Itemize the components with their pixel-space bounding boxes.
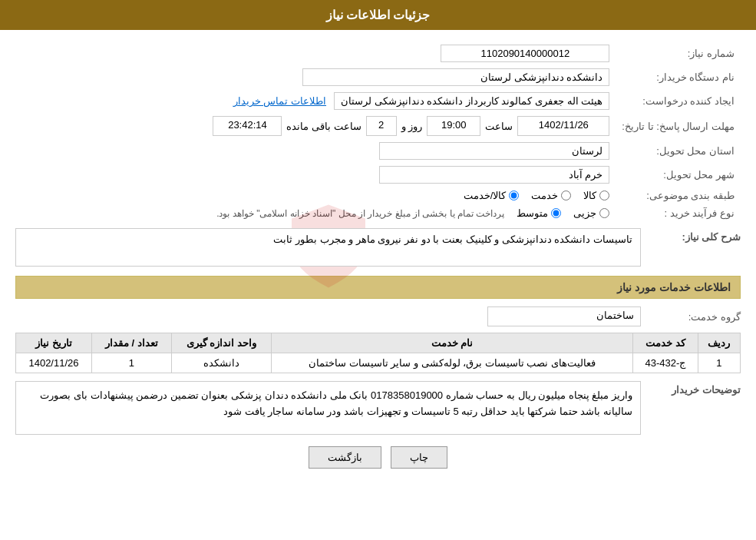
category-value-cell: کالا خدمت کالا/خدمت bbox=[15, 187, 616, 204]
creator-value-cell: هیئت اله جعفری کمالوند کاربرداز دانشکده … bbox=[15, 89, 616, 113]
category-goods-label: کالا bbox=[583, 190, 596, 201]
province-value-cell: لرستان bbox=[15, 139, 616, 163]
contact-link[interactable]: اطلاعات تماس خریدار bbox=[233, 95, 326, 107]
process-partial-label: جزیی bbox=[573, 207, 596, 219]
page-wrapper: جزئیات اطلاعات نیاز شماره نیاز: 11020901… bbox=[0, 0, 756, 540]
bottom-buttons: چاپ بازگشت bbox=[15, 446, 741, 469]
process-partial-radio[interactable] bbox=[599, 208, 609, 218]
services-table-body: 1 ج-432-43 فعالیت‌های نصب تاسیسات برق، ل… bbox=[16, 353, 741, 373]
service-group-value: ساختمان bbox=[487, 306, 641, 326]
main-info-table: شماره نیاز: 1102090140000012 نام دستگاه … bbox=[15, 41, 741, 222]
creator-value: هیئت اله جعفری کمالوند کاربرداز دانشکده … bbox=[334, 92, 609, 110]
cell-service-name: فعالیت‌های نصب تاسیسات برق، لوله‌کشی و س… bbox=[272, 353, 633, 373]
cell-unit: دانشکده bbox=[171, 353, 272, 373]
need-number-row: شماره نیاز: 1102090140000012 bbox=[15, 41, 741, 65]
province-label: استان محل تحویل: bbox=[616, 139, 741, 163]
description-section: شرح کلی نیاز: تاسیسات دانشکده دندانپزشکی… bbox=[15, 228, 741, 267]
process-value-cell: جزیی متوسط پرداخت تمام یا بخشی از مبلغ خ… bbox=[15, 204, 616, 222]
service-group-row: گروه خدمت: ساختمان bbox=[15, 306, 741, 326]
category-goods-radio[interactable] bbox=[599, 190, 609, 200]
services-table-header: ردیف کد خدمت نام خدمت واحد اندازه گیری ت… bbox=[16, 333, 741, 353]
category-option-service: خدمت bbox=[531, 190, 571, 201]
cell-row-no: 1 bbox=[698, 353, 740, 373]
province-row: استان محل تحویل: لرستان bbox=[15, 139, 741, 163]
city-value-cell: خرم آباد bbox=[15, 163, 616, 187]
category-label: طبقه بندی موضوعی: bbox=[616, 187, 741, 204]
process-option-partial: جزیی bbox=[573, 207, 609, 219]
process-radio-group: جزیی متوسط bbox=[517, 207, 609, 219]
content-area: شماره نیاز: 1102090140000012 نام دستگاه … bbox=[0, 30, 756, 488]
buyer-notes-label: توضیحات خریدار bbox=[641, 381, 741, 396]
col-service-code: کد خدمت bbox=[633, 333, 698, 353]
need-number-label: شماره نیاز: bbox=[616, 41, 741, 65]
category-option-goods: کالا bbox=[583, 190, 609, 201]
category-both-radio[interactable] bbox=[509, 190, 519, 200]
category-service-radio[interactable] bbox=[561, 190, 571, 200]
reply-time-value: 19:00 bbox=[427, 116, 480, 136]
process-label: نوع فرآیند خرید : bbox=[616, 204, 741, 222]
reply-time-label: ساعت bbox=[485, 121, 513, 132]
buyer-org-value: دانشکده دندانپزشکی لرستان bbox=[302, 68, 609, 86]
category-both-label: کالا/خدمت bbox=[464, 190, 507, 201]
table-row: 1 ج-432-43 فعالیت‌های نصب تاسیسات برق، ل… bbox=[16, 353, 741, 373]
buyer-org-value-cell: دانشکده دندانپزشکی لرستان bbox=[15, 65, 616, 89]
back-button[interactable]: بازگشت bbox=[309, 446, 381, 469]
page-title: جزئیات اطلاعات نیاز bbox=[326, 8, 431, 22]
city-row: شهر محل تحویل: خرم آباد bbox=[15, 163, 741, 187]
category-radio-group: کالا خدمت کالا/خدمت bbox=[21, 190, 609, 201]
creator-row: ایجاد کننده درخواست: هیئت اله جعفری کمال… bbox=[15, 89, 741, 113]
reply-deadline-label: مهلت ارسال پاسخ: تا تاریخ: bbox=[616, 113, 741, 139]
description-value: تاسیسات دانشکده دندانپزشکی و کلینیک بعنت… bbox=[15, 228, 641, 267]
process-note: پرداخت تمام یا بخشی از مبلغ خریدار از مح… bbox=[216, 208, 504, 219]
reply-days-value: 2 bbox=[366, 116, 397, 136]
col-unit: واحد اندازه گیری bbox=[171, 333, 272, 353]
print-button[interactable]: چاپ bbox=[391, 446, 447, 469]
buyer-org-label: نام دستگاه خریدار: bbox=[616, 65, 741, 89]
need-number-value-cell: 1102090140000012 bbox=[138, 41, 616, 65]
col-row-no: ردیف bbox=[698, 333, 740, 353]
need-number-value: 1102090140000012 bbox=[441, 45, 609, 62]
process-medium-label: متوسط bbox=[517, 207, 548, 219]
col-service-name: نام خدمت bbox=[272, 333, 633, 353]
reply-deadline-values: 1402/11/26 ساعت 19:00 روز و 2 ساعت باقی … bbox=[15, 113, 616, 139]
services-section-title: اطلاعات خدمات مورد نیاز bbox=[15, 276, 741, 299]
cell-quantity: 1 bbox=[92, 353, 172, 373]
creator-label: ایجاد کننده درخواست: bbox=[616, 89, 741, 113]
reply-remaining-time: 23:42:14 bbox=[213, 116, 282, 136]
services-table-header-row: ردیف کد خدمت نام خدمت واحد اندازه گیری ت… bbox=[16, 333, 741, 353]
city-value: خرم آباد bbox=[379, 166, 609, 184]
category-service-label: خدمت bbox=[531, 190, 558, 201]
cell-date: 1402/11/26 bbox=[16, 353, 92, 373]
buyer-notes-section: توضیحات خریدار واریز مبلغ پنجاه میلیون ر… bbox=[15, 381, 741, 435]
cell-service-code: ج-432-43 bbox=[633, 353, 698, 373]
process-row: نوع فرآیند خرید : جزیی متوسط bbox=[15, 204, 741, 222]
reply-deadline-row: مهلت ارسال پاسخ: تا تاریخ: 1402/11/26 سا… bbox=[15, 113, 741, 139]
col-quantity: تعداد / مقدار bbox=[92, 333, 172, 353]
category-option-both: کالا/خدمت bbox=[464, 190, 520, 201]
category-row: طبقه بندی موضوعی: کالا خدمت bbox=[15, 187, 741, 204]
buyer-org-row: نام دستگاه خریدار: دانشکده دندانپزشکی لر… bbox=[15, 65, 741, 89]
description-label: شرح کلی نیاز: bbox=[641, 228, 741, 243]
service-group-label: گروه خدمت: bbox=[641, 311, 741, 323]
reply-remaining-label: ساعت باقی مانده bbox=[286, 121, 361, 132]
buyer-notes-value: واریز مبلغ پنجاه میلیون ریال به حساب شما… bbox=[15, 381, 641, 435]
process-option-medium: متوسط bbox=[517, 207, 561, 219]
process-medium-radio[interactable] bbox=[551, 208, 561, 218]
city-label: شهر محل تحویل: bbox=[616, 163, 741, 187]
reply-days-label: روز و bbox=[401, 121, 423, 132]
page-header: جزئیات اطلاعات نیاز bbox=[0, 0, 756, 30]
description-container: تاسیسات دانشکده دندانپزشکی و کلینیک بعنت… bbox=[15, 228, 641, 267]
col-date: تاریخ نیاز bbox=[16, 333, 92, 353]
buyer-notes-container: واریز مبلغ پنجاه میلیون ریال به حساب شما… bbox=[15, 381, 641, 435]
reply-date-value: 1402/11/26 bbox=[517, 116, 609, 136]
services-table: ردیف کد خدمت نام خدمت واحد اندازه گیری ت… bbox=[15, 333, 741, 373]
province-value: لرستان bbox=[379, 142, 609, 160]
